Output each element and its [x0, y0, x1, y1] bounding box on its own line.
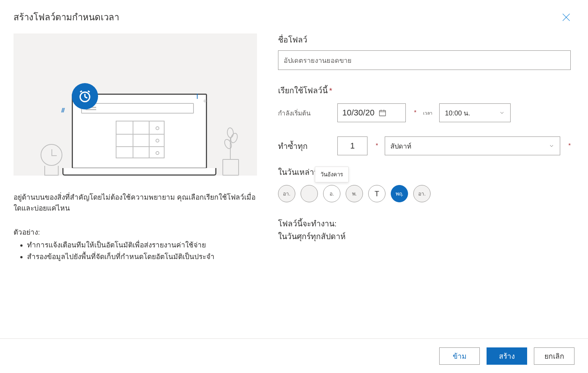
examples-list: ทำการแจ้งเตือนทีมให้เป็นอัตโนมัติเพื่อส่…	[14, 240, 257, 262]
cancel-button[interactable]: ยกเลิก	[534, 347, 574, 365]
info-column: /// | + อยู่ด้านบนของสิ่งที่สำคัญโดยไม่ต…	[14, 33, 257, 263]
run-flow-section: เรียกใช้โฟลว์นี้* กำลังเริ่มต้น 10/30/20…	[278, 84, 571, 122]
flow-name-input[interactable]	[278, 50, 571, 70]
svg-line-6	[88, 91, 90, 92]
repeat-unit-value: สัปดาห์	[390, 141, 411, 152]
dialog-header: สร้างโฟลว์ตามกำหนดเวลา	[14, 10, 574, 24]
day-chip-sun[interactable]: อา.	[278, 185, 295, 202]
repeat-label: ทำซ้ำทุก	[278, 140, 331, 152]
day-chip-thu-alt[interactable]: T	[368, 185, 385, 202]
create-button[interactable]: สร้าง	[487, 347, 527, 365]
required-marker: *	[414, 109, 416, 116]
scheduled-flow-dialog: สร้างโฟลว์ตามกำหนดเวลา	[0, 0, 588, 263]
chevron-down-icon	[549, 143, 555, 149]
skip-button[interactable]: ข้าม	[439, 347, 480, 365]
time-value: 10:00 น.	[445, 108, 470, 118]
day-chip-wed[interactable]: พ.	[346, 185, 363, 202]
dialog-title: สร้างโฟลว์ตามกำหนดเวลา	[14, 10, 119, 24]
repeat-section: ทำซ้ำทุก * สัปดาห์ * ในวันเหล่านี้ อา	[278, 136, 571, 202]
description-text: อยู่ด้านบนของสิ่งที่สำคัญโดยไม่ต้องใช้คว…	[14, 192, 257, 214]
svg-line-4	[85, 97, 87, 98]
close-icon[interactable]	[561, 12, 571, 23]
time-label: เวลา	[423, 109, 432, 117]
summary-text: ในวันศุกร์ทุกสัปดาห์	[278, 230, 571, 243]
day-chip-tue[interactable]: อ. วันอังคาร	[323, 185, 340, 202]
form-column: ชื่อโฟลว์ เรียกใช้โฟลว์นี้* กำลังเริ่มต้…	[278, 33, 574, 263]
example-item: ทำการแจ้งเตือนทีมให้เป็นอัตโนมัติเพื่อส่…	[27, 240, 257, 251]
alarm-clock-icon	[72, 83, 98, 109]
summary-title: โฟลว์นี้จะทำงาน:	[278, 217, 571, 230]
repeat-unit-select[interactable]: สัปดาห์	[385, 136, 560, 155]
flow-name-label: ชื่อโฟลว์	[278, 33, 571, 46]
time-select[interactable]: 10:00 น.	[439, 103, 511, 122]
day-tooltip: วันอังคาร	[315, 167, 349, 182]
chevron-down-icon	[499, 110, 505, 116]
svg-line-5	[80, 91, 82, 92]
start-row: กำลังเริ่มต้น 10/30/20 * เวลา 10:00 น.	[278, 103, 571, 122]
examples-title: ตัวอย่าง:	[14, 226, 257, 238]
illustration: /// | +	[14, 33, 257, 176]
required-marker: *	[568, 143, 571, 149]
start-date-input[interactable]: 10/30/20	[337, 103, 406, 122]
starting-label: กำลังเริ่มต้น	[278, 108, 331, 118]
day-chip-fri[interactable]: พฤ.	[391, 185, 408, 202]
required-marker: *	[376, 143, 378, 149]
day-chip-mon[interactable]	[301, 185, 318, 202]
day-chip-sat[interactable]: อา.	[413, 185, 431, 202]
calendar-icon[interactable]	[378, 109, 387, 117]
repeat-count-input[interactable]	[337, 136, 367, 155]
required-marker: *	[329, 86, 332, 95]
run-flow-label: เรียกใช้โฟลว์นี้*	[278, 84, 571, 97]
dialog-footer: ข้าม สร้าง ยกเลิก	[0, 338, 588, 373]
days-label: ในวันเหล่านี้	[278, 168, 319, 176]
flow-name-section: ชื่อโฟลว์	[278, 33, 571, 70]
schedule-summary: โฟลว์นี้จะทำงาน: ในวันศุกร์ทุกสัปดาห์	[278, 217, 571, 243]
days-row: อา. อ. วันอังคาร พ. T พฤ. อา.	[278, 185, 571, 202]
start-date-value: 10/30/20	[342, 108, 375, 118]
dialog-content: /// | + อยู่ด้านบนของสิ่งที่สำคัญโดยไม่ต…	[14, 33, 574, 263]
svg-rect-7	[379, 111, 385, 116]
example-item: สำรองข้อมูลไปยังพื้นที่จัดเก็บที่กำหนดโด…	[27, 252, 257, 262]
